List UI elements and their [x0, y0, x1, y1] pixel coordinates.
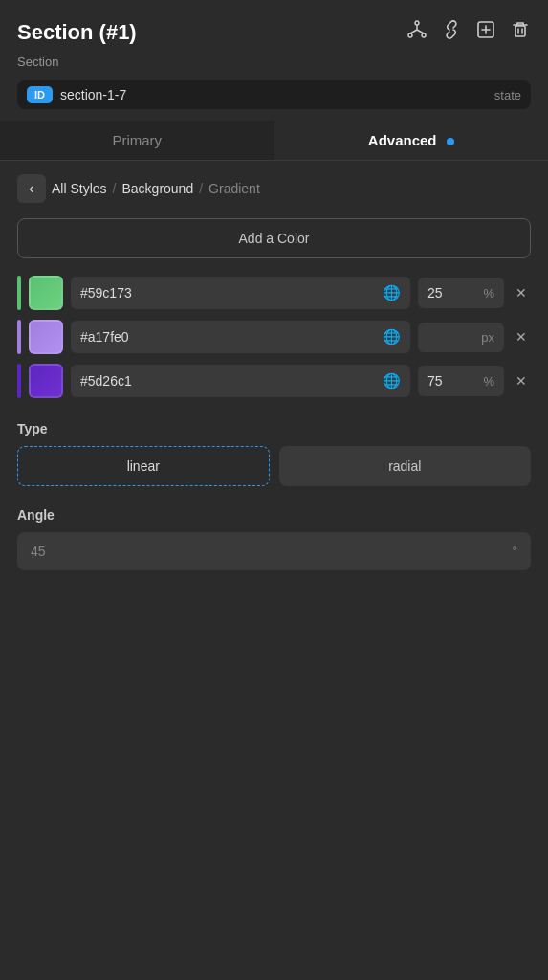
globe-icon-2[interactable]: 🌐: [383, 328, 401, 345]
angle-label: Angle: [0, 503, 548, 532]
color-hex-field-3[interactable]: #5d26c1 🌐: [71, 365, 410, 397]
color-row-3: #5d26c1 🌐 75 % ✕: [17, 364, 531, 398]
breadcrumb-all-styles[interactable]: All Styles: [52, 181, 107, 196]
color-row-2: #a17fe0 🌐 px ✕: [17, 320, 531, 354]
hierarchy-icon[interactable]: [406, 19, 427, 45]
breadcrumb-sep-1: /: [113, 181, 117, 196]
type-linear-button[interactable]: linear: [17, 446, 270, 486]
header: Section (#1): [0, 0, 548, 53]
color-accent-1: [17, 276, 21, 310]
section-type-label: Section: [0, 53, 548, 77]
angle-unit: °: [512, 544, 517, 559]
color-value-unit-1: %: [483, 286, 494, 301]
globe-icon-3[interactable]: 🌐: [383, 372, 401, 390]
breadcrumb-gradient: Gradient: [208, 181, 260, 196]
id-badge: ID: [27, 86, 53, 103]
color-swatch-1[interactable]: [29, 276, 63, 310]
color-accent-3: [17, 364, 21, 398]
angle-value: 45: [31, 544, 46, 559]
color-value-num-1: 25: [427, 285, 443, 301]
add-color-button[interactable]: Add a Color: [17, 218, 531, 258]
state-label: state: [494, 88, 521, 102]
color-swatch-2[interactable]: [29, 320, 63, 354]
tab-primary[interactable]: Primary: [0, 121, 274, 160]
breadcrumb-back-button[interactable]: ‹: [17, 174, 46, 203]
color-row-1: #59c173 🌐 25 % ✕: [17, 276, 531, 310]
color-hex-field-2[interactable]: #a17fe0 🌐: [71, 321, 410, 353]
type-label: Type: [0, 408, 548, 446]
svg-point-1: [408, 33, 412, 37]
tab-bar: Primary Advanced: [0, 121, 548, 161]
trash-icon[interactable]: [510, 19, 531, 45]
type-button-group: linear radial: [17, 446, 531, 486]
tab-active-indicator: [447, 138, 454, 145]
id-value: section-1-7: [60, 87, 487, 102]
svg-point-0: [415, 21, 419, 25]
breadcrumb-sep-2: /: [199, 181, 203, 196]
link-icon[interactable]: [441, 19, 462, 45]
type-radial-button[interactable]: radial: [279, 446, 532, 486]
color-hex-text-2: #a17fe0: [80, 329, 375, 345]
angle-input-field[interactable]: 45 °: [17, 532, 531, 570]
color-hex-text-3: #5d26c1: [80, 373, 375, 389]
color-hex-field-1[interactable]: #59c173 🌐: [71, 277, 410, 309]
color-value-unit-3: %: [483, 374, 494, 389]
id-row: ID section-1-7 state: [17, 80, 531, 109]
color-value-num-3: 75: [427, 373, 443, 389]
page-title: Section (#1): [17, 20, 137, 45]
globe-icon-1[interactable]: 🌐: [383, 284, 401, 301]
remove-color-2[interactable]: ✕: [512, 325, 531, 348]
color-accent-2: [17, 320, 21, 354]
svg-rect-9: [515, 26, 525, 36]
remove-color-3[interactable]: ✕: [512, 369, 531, 392]
color-swatch-3[interactable]: [29, 364, 63, 398]
svg-line-4: [410, 30, 417, 33]
svg-line-5: [417, 30, 424, 33]
color-hex-text-1: #59c173: [80, 285, 375, 301]
tab-advanced[interactable]: Advanced: [274, 121, 549, 160]
color-value-field-3[interactable]: 75 %: [418, 366, 504, 396]
breadcrumb-background[interactable]: Background: [121, 181, 193, 196]
color-value-unit-2: px: [481, 330, 494, 345]
add-frame-icon[interactable]: [475, 19, 496, 45]
remove-color-1[interactable]: ✕: [512, 281, 531, 304]
svg-point-2: [422, 33, 426, 37]
breadcrumb: ‹ All Styles / Background / Gradient: [0, 161, 548, 212]
color-value-field-2[interactable]: px: [418, 323, 504, 352]
header-actions: [406, 19, 531, 45]
color-value-field-1[interactable]: 25 %: [418, 278, 504, 308]
